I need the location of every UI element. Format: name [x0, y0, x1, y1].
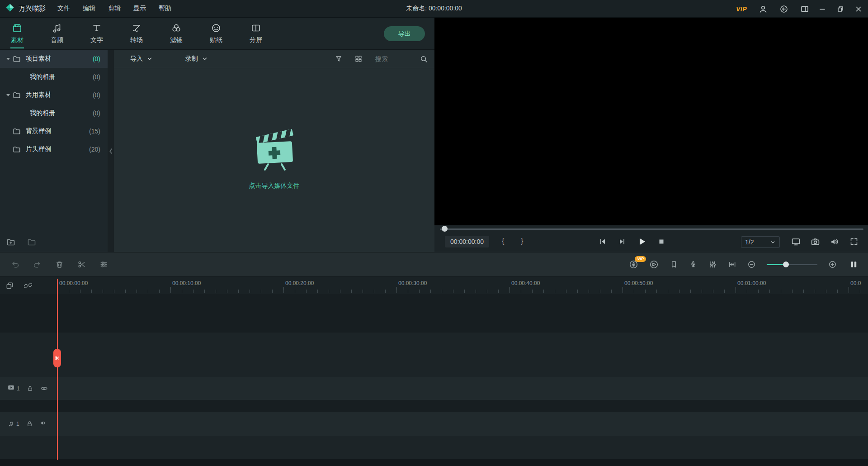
sidebar-item-intro-samples[interactable]: 片头样例 (20)	[0, 140, 108, 158]
marker-icon[interactable]	[670, 260, 678, 269]
playhead-split-handle[interactable]	[53, 349, 61, 367]
timeline-lane-empty-2[interactable]	[0, 333, 868, 377]
timeline-zoom-slider[interactable]	[767, 264, 817, 265]
tab-filter[interactable]: 滤镜	[163, 18, 190, 49]
mark-in-button[interactable]: {	[502, 237, 504, 245]
lock-icon[interactable]	[26, 420, 33, 427]
lock-icon[interactable]	[27, 385, 33, 392]
sidebar-collapse-handle[interactable]	[108, 50, 114, 252]
link-icon[interactable]	[24, 281, 32, 290]
seek-handle[interactable]	[442, 226, 448, 232]
sidebar-item-label: 我的相册	[30, 109, 55, 117]
menu-help[interactable]: 帮助	[159, 5, 171, 13]
search-box	[374, 55, 428, 63]
ruler-minor-ticks	[57, 290, 868, 293]
redo-icon[interactable]	[33, 260, 42, 269]
tab-media[interactable]: 素材	[4, 18, 31, 49]
vip-button[interactable]: VIP	[736, 5, 747, 13]
delete-icon[interactable]	[55, 260, 64, 269]
zoom-out-icon[interactable]	[747, 260, 756, 269]
voiceover-record-icon[interactable]: VIP	[629, 260, 638, 269]
clapperboard-import-icon[interactable]	[250, 126, 299, 173]
mute-speaker-icon[interactable]	[40, 419, 47, 428]
sidebar-item-label: 项目素材	[26, 55, 51, 63]
minimize-button[interactable]	[818, 5, 826, 13]
snapshot-camera-icon[interactable]	[811, 237, 820, 247]
stop-button[interactable]	[657, 237, 666, 248]
search-input[interactable]	[374, 55, 416, 63]
tab-transition[interactable]: 转场	[123, 18, 150, 49]
menu-edit[interactable]: 编辑	[83, 5, 95, 13]
caret-down-icon[interactable]	[5, 57, 12, 61]
current-time: 00:00:00:00	[445, 236, 489, 247]
sidebar-item-project-media[interactable]: 项目素材 (0)	[0, 50, 108, 68]
eye-icon[interactable]	[40, 385, 48, 392]
menu-file[interactable]: 文件	[57, 5, 70, 13]
caret-down-icon[interactable]	[5, 93, 12, 97]
chevron-down-icon	[770, 239, 776, 245]
record-dropdown[interactable]: 录制	[185, 55, 208, 63]
menu-clip[interactable]: 剪辑	[108, 5, 121, 13]
import-hint-text[interactable]: 点击导入媒体文件	[249, 182, 300, 190]
tab-text[interactable]: 文字	[83, 18, 110, 49]
split-scissors-mini-icon	[55, 356, 60, 361]
audio-track-lane[interactable]	[0, 412, 868, 436]
fullscreen-icon[interactable]	[849, 237, 859, 246]
video-viewport[interactable]	[434, 18, 868, 225]
screen-record-icon[interactable]	[649, 260, 659, 269]
filmora-app: 万兴喵影 文件 编辑 剪辑 显示 帮助 未命名: 00:00:00:00 VIP	[0, 0, 868, 466]
ruler-label: 00:00:40:00	[511, 280, 540, 286]
sticker-icon	[211, 23, 222, 33]
audio-track-number: 1	[16, 421, 19, 427]
timeline: 00:00:00:00 00:00:10:00 00:00:20:00 00:0…	[0, 277, 868, 466]
previous-frame-button[interactable]	[598, 237, 607, 248]
seek-track[interactable]	[440, 228, 863, 230]
zoom-slider-handle[interactable]	[783, 262, 789, 267]
timeline-lane-empty-3[interactable]	[0, 436, 868, 459]
video-track-header: 1	[0, 377, 57, 400]
tab-sticker[interactable]: 贴纸	[203, 18, 230, 49]
next-frame-button[interactable]	[618, 237, 627, 248]
sidebar-item-shared-media[interactable]: 共用素材 (0)	[0, 86, 108, 104]
tab-splitscreen[interactable]: 分屏	[242, 18, 269, 49]
timeline-scroll-strip[interactable]	[0, 459, 868, 466]
display-device-icon[interactable]	[791, 237, 801, 247]
menu-view[interactable]: 显示	[133, 5, 146, 13]
filter-funnel-icon[interactable]	[335, 55, 343, 63]
mark-out-button[interactable]: }	[521, 237, 523, 245]
properties-icon[interactable]	[99, 260, 108, 269]
preview-quality-value: 1/2	[745, 238, 754, 246]
account-icon[interactable]	[759, 5, 768, 14]
workspace-layout-icon[interactable]	[800, 5, 809, 14]
tab-audio[interactable]: 音频	[43, 18, 71, 49]
restore-button[interactable]	[836, 5, 844, 13]
microphone-icon[interactable]	[689, 260, 698, 269]
panel-layout-toggle-icon[interactable]	[849, 260, 858, 269]
playhead-line[interactable]	[57, 279, 58, 460]
volume-icon[interactable]	[830, 237, 840, 248]
timeline-ruler[interactable]: 00:00:00:00 00:00:10:00 00:00:20:00 00:0…	[57, 277, 868, 294]
audio-mixer-icon[interactable]	[708, 260, 717, 269]
zoom-in-icon[interactable]	[828, 260, 837, 269]
import-dropdown[interactable]: 导入	[130, 55, 153, 63]
split-scissors-icon[interactable]	[77, 260, 86, 269]
video-track-lane[interactable]	[0, 377, 868, 400]
manage-tracks-icon[interactable]	[5, 281, 14, 290]
delete-folder-icon[interactable]	[27, 238, 36, 247]
undo-icon[interactable]	[11, 260, 19, 269]
timeline-lane-empty-1[interactable]	[0, 294, 868, 333]
play-button[interactable]	[637, 237, 647, 248]
sidebar-item-background-samples[interactable]: 背景样例 (15)	[0, 122, 108, 140]
close-button[interactable]	[854, 5, 863, 13]
feedback-icon[interactable]	[779, 5, 788, 14]
empty-media-state: 点击导入媒体文件	[114, 126, 434, 190]
grid-view-icon[interactable]	[354, 55, 363, 63]
new-folder-icon[interactable]	[6, 238, 15, 247]
search-icon[interactable]	[420, 55, 428, 63]
sidebar-item-my-album-1[interactable]: 我的相册 (0)	[0, 68, 108, 86]
export-button[interactable]: 导出	[384, 26, 425, 41]
sidebar-item-my-album-2[interactable]: 我的相册 (0)	[0, 104, 108, 122]
sidebar-item-label: 我的相册	[30, 73, 55, 81]
fit-timeline-icon[interactable]	[728, 260, 736, 269]
preview-quality-dropdown[interactable]: 1/2	[741, 236, 780, 248]
